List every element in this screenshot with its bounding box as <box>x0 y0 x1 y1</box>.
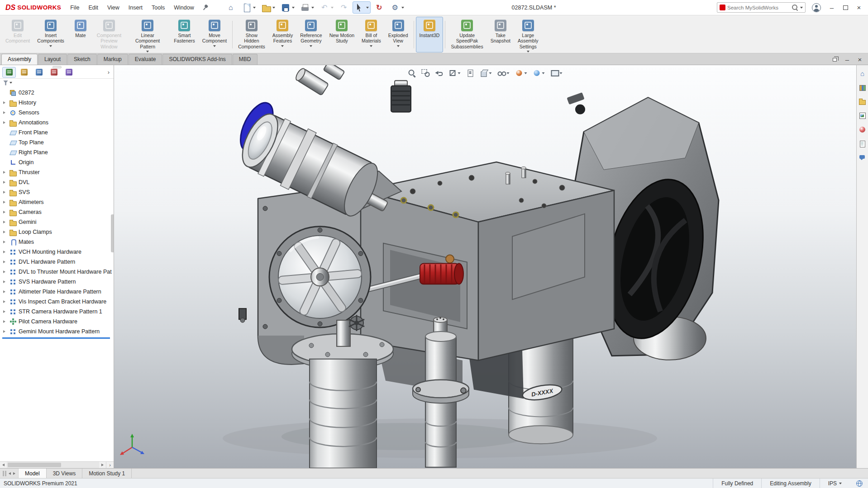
open-document-icon[interactable] <box>259 1 277 14</box>
ribbon-button[interactable]: New Motion Study <box>326 17 358 52</box>
ribbon-button[interactable]: Exploded View <box>385 17 412 52</box>
design-library-icon[interactable] <box>858 83 867 92</box>
dropdown-caret-icon[interactable] <box>366 7 369 9</box>
section-view-icon[interactable] <box>449 69 461 77</box>
ribbon-button[interactable]: Component Preview Window <box>93 17 125 52</box>
command-tab[interactable]: Assembly <box>1 54 38 65</box>
featuremanager-tab[interactable] <box>2 67 16 78</box>
tree-item[interactable]: Loop Clamps <box>0 227 114 237</box>
home-icon[interactable]: ⌂ <box>224 1 238 14</box>
ribbon-button[interactable]: Insert Components <box>33 17 68 52</box>
tree-item[interactable]: STR Camera Hardware Pattern 1 <box>0 307 114 317</box>
doc-restore-button[interactable] <box>832 58 837 62</box>
command-tab[interactable]: Evaluate <box>129 54 162 65</box>
dropdown-caret-icon[interactable] <box>292 7 295 9</box>
panel-scrollbar-thumb[interactable] <box>111 214 114 252</box>
assembly-3d-model[interactable]: D-XXXX <box>114 65 856 468</box>
command-tab[interactable]: SOLIDWORKS Add-Ins <box>162 54 232 65</box>
dropdown-caret-icon[interactable] <box>146 51 149 52</box>
sheet-tab[interactable]: 3D Views <box>47 469 82 478</box>
tree-item[interactable]: SVS <box>0 187 114 197</box>
menu-item[interactable]: View <box>103 2 124 13</box>
command-tab[interactable]: MBD <box>233 54 258 65</box>
zoom-to-area-icon[interactable] <box>422 69 429 77</box>
tree-item[interactable]: DVL Hardware Pattern <box>0 257 114 267</box>
expand-arrow-icon[interactable] <box>3 181 7 184</box>
tree-item[interactable]: Vis Inspect Cam Bracket Hardware <box>0 297 114 307</box>
tree-item[interactable]: Altimeters <box>0 197 114 207</box>
expand-arrow-icon[interactable] <box>3 221 7 223</box>
panel-expand-chevron-icon[interactable]: › <box>106 462 114 468</box>
undo-icon[interactable]: ↶ <box>317 1 335 14</box>
tree-item[interactable]: Altimeter Plate Hardware Pattern <box>0 287 114 297</box>
ribbon-button[interactable]: Instant3D <box>416 17 444 52</box>
dropdown-caret-icon[interactable] <box>370 45 372 47</box>
tree-item[interactable]: Mates <box>0 237 114 247</box>
save-icon[interactable] <box>278 1 296 14</box>
ribbon-button[interactable]: Assembly Features <box>269 17 297 52</box>
dropdown-caret-icon[interactable] <box>213 45 216 47</box>
tree-item[interactable]: Cameras <box>0 207 114 217</box>
status-segment[interactable]: Fully Defined <box>713 479 761 488</box>
expand-arrow-icon[interactable] <box>3 121 7 124</box>
ribbon-button[interactable]: Take Snapshot <box>487 17 514 52</box>
solidworks-forum-icon[interactable] <box>858 153 867 162</box>
tree-item[interactable]: Origin <box>0 157 114 167</box>
sheet-scroll-left-button[interactable] <box>9 472 11 475</box>
expand-arrow-icon[interactable] <box>3 290 7 293</box>
scroll-right-button[interactable] <box>99 462 106 468</box>
previous-view-icon[interactable] <box>435 69 443 77</box>
select-icon[interactable] <box>353 1 371 14</box>
propertymanager-tab[interactable] <box>17 67 31 78</box>
dropdown-caret-icon[interactable] <box>49 45 52 47</box>
dynamic-annotation-views-icon[interactable] <box>467 69 474 77</box>
apply-scene-icon[interactable] <box>533 69 545 77</box>
magnifier-icon[interactable] <box>792 4 798 11</box>
dropdown-caret-icon[interactable] <box>542 72 545 74</box>
tree-item[interactable]: Thruster <box>0 167 114 177</box>
status-segment[interactable]: Editing Assembly <box>761 479 819 488</box>
sheet-scroll-right-button[interactable] <box>13 472 15 475</box>
command-tab[interactable]: Sketch <box>67 54 97 65</box>
tree-item[interactable]: Gemini <box>0 217 114 227</box>
pin-menu-icon[interactable] <box>201 3 209 11</box>
dropdown-caret-icon[interactable] <box>489 72 492 74</box>
dropdown-caret-icon[interactable] <box>527 51 529 52</box>
ribbon-button[interactable]: Mate <box>68 17 93 52</box>
units-caret-icon[interactable] <box>839 483 842 484</box>
dropdown-caret-icon[interactable] <box>331 7 334 9</box>
expand-arrow-icon[interactable] <box>3 211 7 213</box>
scrollbar-thumb[interactable] <box>8 463 61 467</box>
ribbon-button[interactable]: Move Component <box>199 17 230 52</box>
tree-item[interactable]: Front Plane <box>0 128 114 137</box>
view-settings-icon[interactable] <box>551 69 563 77</box>
scrollbar-track[interactable] <box>7 462 99 468</box>
panel-splitter-handle[interactable] <box>52 66 62 68</box>
expand-arrow-icon[interactable] <box>3 310 7 313</box>
expand-arrow-icon[interactable] <box>3 280 7 283</box>
sheet-tab[interactable]: Model <box>19 469 47 478</box>
status-segment[interactable]: IPS <box>820 479 850 488</box>
menu-item[interactable]: Edit <box>84 2 103 13</box>
dropdown-caret-icon[interactable] <box>281 45 284 47</box>
configurationmanager-tab[interactable] <box>32 67 46 78</box>
tree-item[interactable]: DVL to Thruster Mount Hardware Pat <box>0 267 114 277</box>
dropdown-caret-icon[interactable] <box>560 72 563 74</box>
search-input[interactable] <box>727 5 790 10</box>
expand-arrow-icon[interactable] <box>3 241 7 243</box>
ribbon-button[interactable]: Show Hidden Components <box>234 17 269 52</box>
dropdown-caret-icon[interactable] <box>401 7 404 9</box>
3d-viewport[interactable]: D-XXXX <box>114 65 856 468</box>
panel-flyout-chevron-icon[interactable]: › <box>106 69 111 76</box>
expand-arrow-icon[interactable] <box>3 231 7 233</box>
dropdown-caret-icon[interactable] <box>525 72 527 74</box>
ribbon-button[interactable]: Edit Component <box>2 17 33 52</box>
dropdown-caret-icon[interactable] <box>272 7 275 9</box>
appearances-scenes-icon[interactable] <box>858 125 867 134</box>
maximize-button[interactable] <box>843 5 848 10</box>
sheet-splitter-handle[interactable] <box>3 471 4 476</box>
command-tab[interactable]: Layout <box>38 54 67 65</box>
expand-arrow-icon[interactable] <box>3 171 7 174</box>
doc-minimize-button[interactable]: – <box>844 56 850 63</box>
ribbon-button[interactable]: Reference Geometry <box>296 17 325 52</box>
